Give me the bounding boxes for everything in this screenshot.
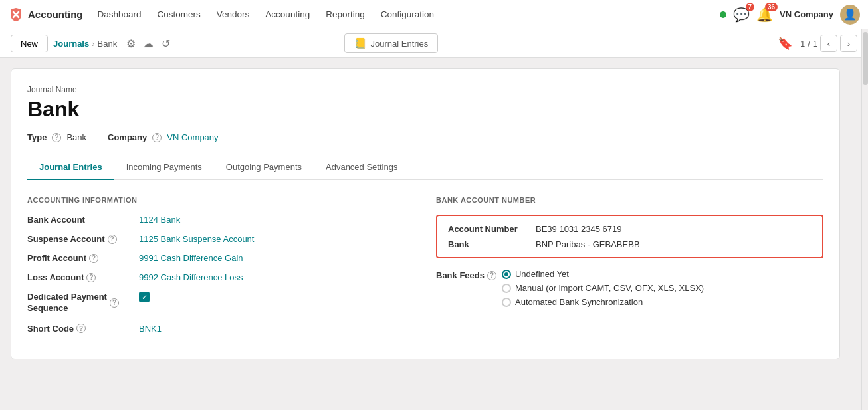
bank-feeds-option-2[interactable]: Automated Bank Synchronization [502, 297, 704, 307]
radio-undefined-yet[interactable] [502, 270, 511, 279]
journal-name-value: Bank [27, 97, 823, 122]
breadcrumb-current: Bank [98, 39, 118, 49]
scroll-thumb[interactable] [863, 32, 868, 85]
nav-customers[interactable]: Customers [151, 5, 207, 23]
settings-icon[interactable]: ⚙ [125, 37, 137, 49]
account-number-label: Account Number [448, 224, 528, 234]
breadcrumb-parent-link[interactable]: Journals [53, 39, 89, 49]
company-value[interactable]: VN Company [167, 132, 218, 142]
breadcrumb: Journals › Bank [53, 39, 117, 49]
bank-name-row: Bank BNP Paribas - GEBABEBB [448, 239, 812, 249]
field-suspense-account: Suspense Account ? 1125 Bank Suspense Ac… [27, 234, 415, 244]
field-profit-account: Profit Account ? 9991 Cash Difference Ga… [27, 253, 415, 263]
online-status-icon [720, 11, 726, 18]
bank-account-box: Account Number BE39 1031 2345 6719 Bank … [436, 215, 823, 258]
tab-outgoing-payments[interactable]: Outgoing Payments [214, 155, 314, 180]
field-profit-account-value[interactable]: 9991 Cash Difference Gain [139, 253, 243, 263]
page-sep: / [808, 39, 810, 49]
journal-entries-label: Journal Entries [371, 39, 429, 49]
nav-vendors[interactable]: Vendors [210, 5, 257, 23]
radio-automated-label: Automated Bank Synchronization [515, 297, 643, 307]
type-company-row: Type ? Bank Company ? VN Company [27, 132, 823, 142]
field-loss-account-value[interactable]: 9992 Cash Difference Loss [139, 272, 243, 282]
tabs-row: Journal Entries Incoming Payments Outgoi… [27, 155, 823, 180]
nav-reporting[interactable]: Reporting [319, 5, 372, 23]
field-dedicated-payment-label: Dedicated PaymentSequence ? [27, 292, 134, 314]
company-help-icon[interactable]: ? [152, 133, 162, 142]
dedicated-help-icon[interactable]: ? [110, 298, 119, 308]
page-next-button[interactable]: › [840, 35, 857, 52]
nav-configuration[interactable]: Configuration [374, 5, 441, 23]
user-avatar[interactable]: 👤 [840, 5, 860, 25]
company-name[interactable]: VN Company [780, 9, 833, 19]
page-current: 1 [800, 39, 805, 49]
field-bank-account: Bank Account 1124 Bank [27, 215, 415, 225]
main-content: Journal Name Bank Type ? Bank Company ? … [0, 58, 851, 370]
page-total: 1 [813, 39, 817, 49]
type-help-icon[interactable]: ? [52, 133, 61, 142]
top-navigation: Accounting Dashboard Customers Vendors A… [0, 0, 868, 29]
radio-manual-label: Manual (or import CAMT, CSV, OFX, XLS, X… [515, 283, 704, 293]
bank-feeds-label: Bank Feeds ? [436, 269, 496, 280]
radio-automated[interactable] [502, 298, 511, 307]
field-short-code: Short Code ? BNK1 [27, 324, 415, 334]
refresh-icon[interactable]: ↺ [160, 37, 171, 49]
radio-undefined-yet-label: Undefined Yet [515, 269, 569, 279]
bank-feeds-option-0[interactable]: Undefined Yet [502, 269, 704, 279]
bank-account-number-row: Account Number BE39 1031 2345 6719 [448, 224, 812, 234]
tab-journal-entries[interactable]: Journal Entries [27, 155, 114, 180]
nav-accounting[interactable]: Accounting [259, 5, 316, 23]
journal-icon: 📒 [354, 37, 367, 49]
bank-account-section: BANK ACCOUNT NUMBER Account Number BE39 … [436, 196, 823, 343]
company-field: Company ? VN Company [108, 132, 219, 142]
messages-button[interactable]: 💬 7 [733, 7, 750, 23]
bank-value: BNP Paribas - GEBABEBB [536, 239, 640, 249]
bookmark-icon[interactable]: 🔖 [778, 36, 792, 51]
type-value: Bank [66, 132, 86, 142]
radio-manual[interactable] [502, 284, 511, 293]
short-code-help-icon[interactable]: ? [76, 324, 86, 333]
type-field: Type ? Bank [27, 132, 86, 142]
company-label: Company [108, 132, 147, 142]
alerts-button[interactable]: 🔔 36 [756, 7, 773, 23]
tab-incoming-payments[interactable]: Incoming Payments [114, 155, 214, 180]
nav-dashboard[interactable]: Dashboard [91, 5, 148, 23]
loss-help-icon[interactable]: ? [86, 273, 96, 282]
breadcrumb-bar: New Journals › Bank ⚙ ☁ ↺ 📒 Journal Entr… [0, 29, 868, 58]
field-short-code-value[interactable]: BNK1 [139, 324, 162, 334]
field-loss-account: Loss Account ? 9992 Cash Difference Loss [27, 272, 415, 282]
field-suspense-account-value[interactable]: 1125 Bank Suspense Account [139, 234, 254, 244]
scrollbar[interactable] [861, 29, 868, 370]
app-name: Accounting [28, 9, 83, 20]
accounting-section-title: ACCOUNTING INFORMATION [27, 196, 415, 204]
messages-badge: 7 [746, 3, 755, 11]
form-two-columns: ACCOUNTING INFORMATION Bank Account 1124… [27, 196, 823, 343]
account-number-value: BE39 1031 2345 6719 [536, 224, 621, 234]
journal-name-label: Journal Name [27, 85, 823, 94]
cloud-icon[interactable]: ☁ [142, 37, 154, 49]
bank-feeds-help-icon[interactable]: ? [487, 271, 496, 280]
tab-advanced-settings[interactable]: Advanced Settings [314, 155, 409, 180]
bank-feeds-options: Undefined Yet Manual (or import CAMT, CS… [502, 269, 704, 307]
field-short-code-label: Short Code ? [27, 324, 134, 334]
page-prev-button[interactable]: ‹ [820, 35, 837, 52]
profit-help-icon[interactable]: ? [89, 254, 98, 263]
suspense-help-icon[interactable]: ? [108, 235, 117, 244]
journal-entries-button[interactable]: 📒 Journal Entries [344, 33, 439, 53]
form-card: Journal Name Bank Type ? Bank Company ? … [11, 68, 840, 359]
type-label: Type [27, 132, 47, 142]
breadcrumb-separator: › [92, 39, 94, 49]
dedicated-payment-checkbox[interactable]: ✓ [139, 292, 150, 302]
field-bank-account-label: Bank Account [27, 215, 134, 225]
accounting-info-section: ACCOUNTING INFORMATION Bank Account 1124… [27, 196, 415, 343]
new-button[interactable]: New [11, 35, 48, 52]
bank-feeds-row: Bank Feeds ? Undefined Yet Manual (or [436, 269, 823, 307]
app-logo[interactable]: Accounting [8, 7, 83, 23]
field-bank-account-value[interactable]: 1124 Bank [139, 215, 180, 225]
bank-feeds-option-1[interactable]: Manual (or import CAMT, CSV, OFX, XLS, X… [502, 283, 704, 293]
bank-account-section-title: BANK ACCOUNT NUMBER [436, 196, 823, 204]
bank-label: Bank [448, 239, 528, 249]
field-loss-account-label: Loss Account ? [27, 272, 134, 282]
field-profit-account-label: Profit Account ? [27, 253, 134, 263]
field-dedicated-payment: Dedicated PaymentSequence ? ✓ [27, 292, 415, 314]
